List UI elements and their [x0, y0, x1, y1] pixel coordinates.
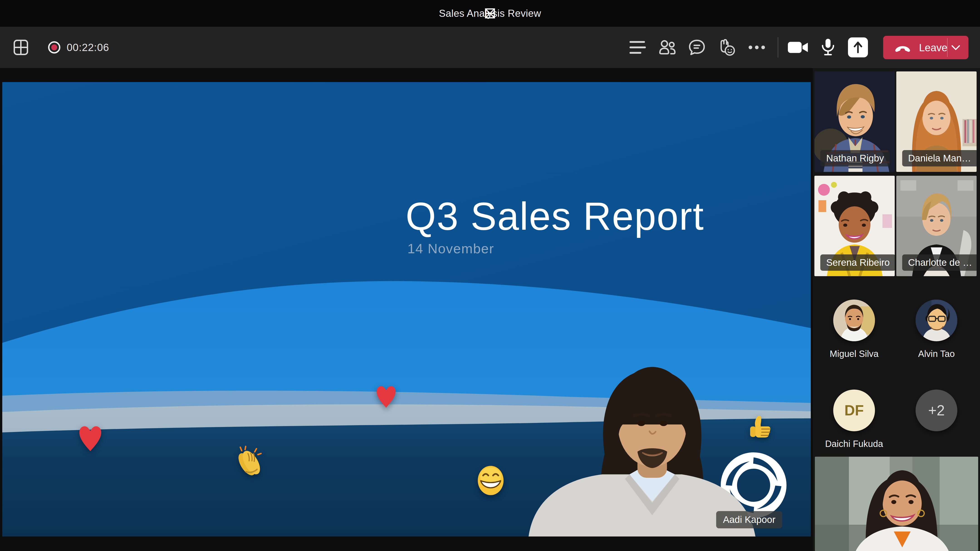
teams-meeting-window: Sales Analysis Review 00:22:06 [0, 0, 980, 551]
camera-icon [788, 41, 808, 54]
avatar-initials: DF [844, 402, 864, 419]
avatar-photo-alvin [916, 300, 957, 341]
avatar-photo-miguel [833, 300, 875, 341]
toolbar-divider [778, 37, 778, 57]
self-video-tile[interactable] [815, 457, 978, 551]
heart-reaction-icon [77, 423, 104, 454]
hang-up-icon [894, 43, 911, 52]
participant-video-tile[interactable]: Charlotte de Cr... [896, 176, 977, 276]
participant-video-tile[interactable]: Serena Ribeiro [815, 176, 895, 276]
raise-hand-reactions-icon [718, 39, 736, 56]
participant-name-label: Nathan Rigby [820, 150, 890, 167]
participants-button[interactable] [657, 27, 678, 68]
participant-video-tile[interactable]: Daniela Mandera [896, 71, 977, 172]
slide-subtitle: 14 November [407, 241, 494, 256]
leave-label: Leave [919, 41, 947, 54]
chat-button[interactable] [687, 27, 707, 68]
chevron-down-icon [951, 45, 960, 50]
title-bar: Sales Analysis Review [0, 0, 980, 27]
more-icon [748, 45, 766, 49]
notes-icon [629, 40, 646, 55]
reactions-button[interactable] [717, 27, 737, 68]
participant-initials-avatar[interactable]: DF [833, 389, 875, 431]
share-button[interactable] [848, 27, 868, 68]
participant-avatar[interactable] [833, 300, 875, 341]
share-icon [848, 37, 868, 57]
microphone-button[interactable] [818, 27, 838, 68]
participant-name-label: Serena Ribeiro [820, 254, 895, 271]
grid-view-icon [13, 40, 29, 55]
presenter-video-overlay [507, 356, 776, 537]
participant-name-label: Charlotte de Cr... [902, 254, 977, 271]
microphone-icon [821, 39, 835, 56]
clap-reaction-icon [231, 445, 265, 480]
meeting-toolbar: 00:22:06 [0, 27, 980, 68]
slide-title: Q3 Sales Report [406, 194, 705, 238]
presenter-name-label: Aadi Kapoor [716, 511, 782, 528]
chat-icon [689, 40, 705, 55]
participant-video-tile[interactable]: Nathan Rigby [815, 71, 895, 172]
shared-presentation-slide: Q3 Sales Report 14 November [2, 82, 811, 537]
leave-options-button[interactable] [948, 36, 963, 59]
gallery-view-button[interactable] [12, 27, 30, 68]
overflow-count-label: +2 [928, 402, 945, 419]
more-options-button[interactable] [746, 27, 767, 68]
self-video [815, 457, 978, 551]
leave-split-divider [947, 38, 948, 57]
people-icon [659, 40, 676, 55]
record-icon [48, 41, 60, 54]
recording-indicator: 00:22:06 [48, 27, 109, 68]
overflow-participants-avatar[interactable]: +2 [916, 389, 957, 431]
grin-reaction-icon [476, 464, 506, 497]
leave-button[interactable]: Leave [883, 36, 969, 59]
participant-avatar[interactable] [916, 300, 957, 341]
close-button[interactable] [476, 0, 504, 27]
participant-avatar-name: Daichi Fukuda [816, 439, 892, 449]
notes-button[interactable] [627, 27, 648, 68]
camera-button[interactable] [788, 27, 808, 68]
close-icon [485, 8, 495, 18]
participant-avatar-name: Alvin Tao [898, 349, 975, 359]
heart-reaction-icon [374, 384, 398, 410]
participant-avatar-name: Miguel Silva [816, 349, 892, 359]
participant-name-label: Daniela Mandera [902, 150, 977, 167]
meeting-timer: 00:22:06 [67, 41, 109, 54]
